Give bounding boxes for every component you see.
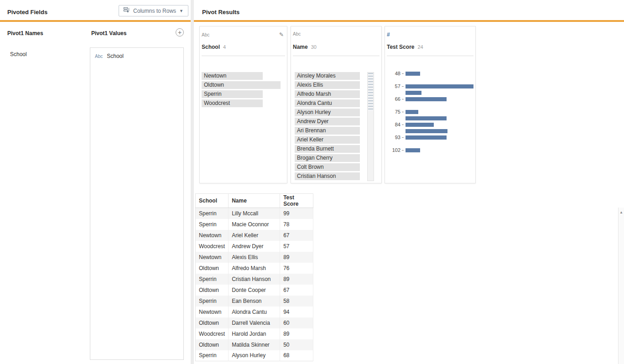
table-row: SperrinAlyson Hurley68 [196, 350, 313, 361]
pivot-name-item[interactable]: School [10, 51, 83, 57]
table-cell[interactable]: Newtown [196, 307, 229, 317]
histogram-bar[interactable] [406, 110, 418, 114]
axis-tick-label: 57 [388, 83, 400, 89]
value-frequency-bar[interactable]: Cristian Hanson [295, 172, 360, 180]
table-row: OldtownDonte Cooper67 [196, 285, 313, 296]
table-cell[interactable]: Sperrin [196, 296, 229, 307]
pivot-value-chip[interactable]: AbcSchool [94, 52, 180, 60]
table-cell[interactable]: 50 [280, 339, 313, 350]
table-cell[interactable]: Alondra Cantu [229, 307, 280, 317]
value-frequency-bar[interactable]: Oldtown [202, 81, 281, 89]
table-cell[interactable]: 76 [280, 263, 313, 274]
value-frequency-bar[interactable]: Ainsley Morales [295, 72, 360, 80]
value-frequency-bar[interactable]: Ariel Keller [295, 136, 360, 144]
left-panel-header: Pivoted Fields Columns to Rows ▼ [0, 0, 191, 20]
table-cell[interactable]: Oldtown [196, 339, 229, 350]
value-frequency-bar[interactable]: Newtown [202, 72, 263, 80]
table-cell[interactable]: 67 [280, 285, 313, 296]
edit-icon[interactable]: ✎ [279, 31, 284, 38]
histogram-bar[interactable] [406, 84, 473, 88]
chevron-down-icon: ▼ [179, 9, 183, 13]
table-cell[interactable]: Oldtown [196, 263, 229, 274]
table-row: OldtownAlfredo Marsh76 [196, 263, 313, 274]
table-cell[interactable]: 89 [280, 274, 313, 285]
histogram-bar[interactable] [406, 72, 420, 76]
table-cell[interactable]: 89 [280, 328, 313, 339]
axis-tick-mark [402, 137, 404, 138]
value-frequency-bar[interactable]: Alexis Ellis [295, 81, 360, 89]
table-cell[interactable]: Donte Cooper [229, 285, 280, 296]
value-row: Newtown [202, 72, 285, 80]
panel-divider [191, 0, 194, 364]
value-frequency-bar[interactable]: Woodcrest [202, 99, 263, 107]
value-frequency-bar[interactable]: Alfredo Marsh [295, 90, 360, 98]
histogram-bar[interactable] [406, 91, 421, 95]
table-cell[interactable]: 78 [280, 219, 313, 230]
value-frequency-bar[interactable]: Colt Brown [295, 163, 360, 171]
vertical-scrollbar[interactable]: ▲ [618, 208, 624, 364]
table-cell[interactable]: Woodcrest [196, 241, 229, 252]
histogram-bar[interactable] [406, 116, 447, 120]
pivot-results-panel: Pivot Results Abc ✎ School4 NewtownOldto… [194, 0, 624, 364]
value-row: Alexis Ellis [295, 81, 364, 89]
name-list-scrollbar[interactable] [367, 72, 374, 181]
table-row: SperrinEan Benson58 [196, 296, 313, 307]
value-frequency-bar[interactable]: Ari Brennan [295, 127, 360, 135]
table-cell[interactable]: Macie Oconnor [229, 219, 280, 230]
table-cell[interactable]: Darrell Valencia [229, 317, 280, 328]
value-row: Alfredo Marsh [295, 90, 364, 98]
value-frequency-bar[interactable]: Sperrin [202, 90, 263, 98]
histogram-bar[interactable] [406, 129, 447, 133]
table-cell[interactable]: 89 [280, 252, 313, 263]
value-row: Brogan Cherry [295, 154, 364, 162]
value-frequency-bar[interactable]: Andrew Dyer [295, 118, 360, 125]
table-row: SperrinLilly Mccall99 [196, 208, 313, 219]
table-cell[interactable]: Sperrin [196, 350, 229, 361]
table-cell[interactable]: Woodcrest [196, 328, 229, 339]
table-row: NewtownAriel Keller67 [196, 230, 313, 241]
histogram-bar[interactable] [406, 148, 420, 152]
value-frequency-bar[interactable]: Alyson Hurley [295, 109, 360, 116]
add-pivot-values-button[interactable]: + [176, 28, 184, 36]
value-frequency-bar[interactable]: Alondra Cantu [295, 99, 360, 107]
value-frequency-bar[interactable]: Brenda Burnett [295, 145, 360, 153]
table-cell[interactable]: Oldtown [196, 285, 229, 296]
table-cell[interactable]: Ean Benson [229, 296, 280, 307]
table-cell[interactable]: Alexis Ellis [229, 252, 280, 263]
table-cell[interactable]: Sperrin [196, 274, 229, 285]
table-cell[interactable]: 94 [280, 307, 313, 317]
table-cell[interactable]: Alyson Hurley [229, 350, 280, 361]
table-cell[interactable]: 60 [280, 317, 313, 328]
table-cell[interactable]: Ariel Keller [229, 230, 280, 241]
table-cell[interactable]: Sperrin [196, 219, 229, 230]
table-cell[interactable]: Cristian Hanson [229, 274, 280, 285]
table-cell[interactable]: 67 [280, 230, 313, 241]
table-cell[interactable]: 57 [280, 241, 313, 252]
histogram-bar[interactable] [406, 135, 447, 140]
table-cell[interactable]: Oldtown [196, 317, 229, 328]
value-row: Colt Brown [295, 163, 364, 171]
table-cell[interactable]: Harold Jordan [229, 328, 280, 339]
table-cell[interactable]: Newtown [196, 230, 229, 241]
table-cell[interactable]: 99 [280, 208, 313, 219]
columns-to-rows-button[interactable]: Columns to Rows ▼ [119, 5, 188, 16]
table-cell[interactable]: Lilly Mccall [229, 208, 280, 219]
value-frequency-bar[interactable]: Brogan Cherry [295, 154, 360, 162]
table-cell[interactable]: Newtown [196, 252, 229, 263]
table-cell[interactable]: Andrew Dyer [229, 241, 280, 252]
scrollbar-thumb[interactable] [368, 73, 373, 111]
histogram-row: 66 [388, 96, 473, 102]
table-cell[interactable]: Matilda Skinner [229, 339, 280, 350]
histogram-bar[interactable] [406, 97, 447, 101]
table-cell[interactable]: 68 [280, 350, 313, 361]
field-type-number-icon: # [387, 31, 390, 38]
table-cell[interactable]: Alfredo Marsh [229, 263, 280, 274]
histogram-bar[interactable] [406, 123, 434, 127]
field-card-top: Abc ✎ [202, 31, 284, 38]
scroll-up-arrow-icon[interactable]: ▲ [619, 208, 624, 214]
pivoted-fields-panel: Pivoted Fields Columns to Rows ▼ [0, 0, 191, 364]
table-cell[interactable]: Sperrin [196, 208, 229, 219]
accent-bar-right [194, 20, 624, 22]
field-title-row: Test Score24 [387, 42, 423, 51]
table-cell[interactable]: 58 [280, 296, 313, 307]
